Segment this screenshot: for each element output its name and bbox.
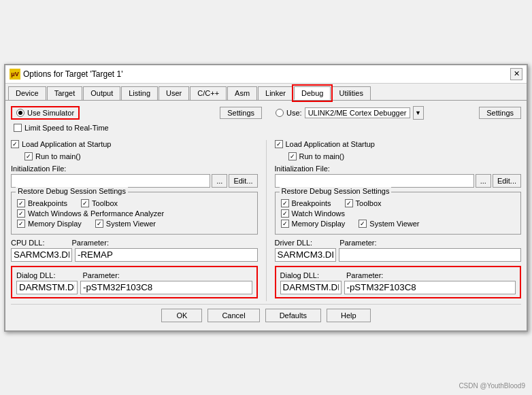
left-init-file-row: ... Edit...: [11, 174, 258, 188]
tab-output[interactable]: Output: [83, 86, 120, 100]
debugger-dropdown[interactable]: ULINK2/ME Cortex Debugger: [305, 107, 410, 118]
panel-divider: [266, 140, 267, 301]
left-sysviewer-checkbox[interactable]: [95, 220, 103, 228]
left-dialog-dll-labels: Dialog DLL: Parameter:: [16, 271, 252, 279]
left-watch-label: Watch Windows & Performance Analyzer: [28, 209, 164, 218]
left-memory-row: Memory Display: [17, 220, 82, 228]
left-parameter-label: Parameter:: [72, 239, 109, 247]
cancel-button[interactable]: Cancel: [207, 309, 259, 322]
limit-speed-checkbox[interactable]: [14, 124, 22, 132]
tab-cpp[interactable]: C/C++: [190, 86, 227, 100]
right-run-to-main-row: Run to main(): [288, 152, 345, 160]
right-sysviewer-row: System Viewer: [359, 220, 419, 228]
left-run-to-main-checkbox[interactable]: [24, 152, 33, 160]
left-toolbox-checkbox[interactable]: [81, 199, 89, 207]
bottom-buttons: OK Cancel Defaults Help CSDN @YouthBlood…: [11, 304, 521, 325]
help-button[interactable]: Help: [327, 309, 371, 322]
right-parameter-label: Parameter:: [339, 239, 376, 247]
right-restore-group: Restore Debug Session Settings Breakpoin…: [275, 192, 522, 235]
left-restore-inner: Breakpoints Toolbox: [17, 196, 252, 230]
simulator-radio-button[interactable]: [16, 109, 24, 117]
right-settings-button[interactable]: Settings: [479, 107, 521, 119]
use-simulator-radio[interactable]: Use Simulator: [16, 109, 74, 117]
left-cpu-dll-label: CPU DLL:: [11, 239, 45, 247]
left-load-app-label: Load Application at Startup: [22, 140, 111, 148]
left-dialog-dll-input[interactable]: [16, 281, 78, 294]
tab-user[interactable]: User: [159, 86, 189, 100]
content-area: Use Simulator Settings Use: ULINK2/ME Co…: [5, 101, 527, 330]
left-memory-label: Memory Display: [28, 220, 82, 228]
debugger-dropdown-arrow[interactable]: ▼: [413, 106, 424, 120]
right-run-to-main-checkbox[interactable]: [288, 152, 297, 160]
left-dialog-param-input[interactable]: [80, 281, 252, 294]
left-browse-button[interactable]: ...: [212, 174, 227, 188]
use-debugger-radio[interactable]: [276, 109, 284, 117]
use-label: Use:: [286, 109, 302, 117]
close-button[interactable]: ✕: [510, 68, 522, 80]
use-simulator-label: Use Simulator: [27, 109, 74, 117]
right-init-file-input[interactable]: [275, 174, 474, 188]
tab-linker[interactable]: Linker: [258, 86, 293, 100]
left-watch-checkbox[interactable]: [17, 209, 25, 218]
right-dialog-dll-section: Dialog DLL: Parameter:: [275, 266, 522, 298]
right-driver-dll-inputs: [275, 248, 522, 262]
right-breakpoints-row: Breakpoints: [281, 199, 331, 207]
right-init-file-label: Initialization File:: [275, 165, 522, 173]
right-edit-button[interactable]: Edit...: [493, 174, 521, 188]
right-restore-group-title: Restore Debug Session Settings: [280, 187, 392, 195]
tab-debug[interactable]: Debug: [294, 86, 331, 100]
right-sysviewer-checkbox[interactable]: [359, 220, 367, 228]
right-watch-row: Watch Windows: [281, 209, 516, 218]
right-watch-label: Watch Windows: [292, 209, 345, 218]
right-dialog-dll-label: Dialog DLL:: [280, 271, 319, 279]
right-toolbox-row: Toolbox: [345, 199, 382, 207]
tab-asm[interactable]: Asm: [227, 86, 257, 100]
right-breakpoints-checkbox[interactable]: [281, 199, 289, 207]
left-breakpoints-checkbox[interactable]: [17, 199, 25, 207]
right-toolbox-checkbox[interactable]: [345, 199, 353, 207]
left-init-file-input[interactable]: [11, 174, 210, 188]
left-cpu-dll-input[interactable]: [11, 248, 72, 262]
title-bar-left: μV Options for Target 'Target 1': [10, 69, 122, 80]
right-browse-button[interactable]: ...: [476, 174, 491, 188]
left-settings-button[interactable]: Settings: [220, 107, 262, 119]
watermark: CSDN @YouthBlood9: [459, 382, 525, 390]
left-restore-group: Restore Debug Session Settings Breakpoin…: [11, 192, 258, 235]
right-breakpoints-label: Breakpoints: [292, 199, 331, 207]
ok-button[interactable]: OK: [161, 309, 202, 322]
right-driver-dll-section: Driver DLL: Parameter:: [275, 239, 522, 262]
left-dialog-dll-label: Dialog DLL:: [16, 271, 55, 279]
title-bar: μV Options for Target 'Target 1' ✕: [5, 65, 527, 84]
left-run-to-main-label: Run to main(): [35, 152, 81, 160]
defaults-button[interactable]: Defaults: [265, 309, 321, 322]
left-breakpoints-label: Breakpoints: [28, 199, 67, 207]
tab-device[interactable]: Device: [8, 86, 46, 100]
tab-utilities[interactable]: Utilities: [331, 86, 370, 100]
right-driver-dll-input[interactable]: [275, 248, 336, 262]
tab-listing[interactable]: Listing: [121, 86, 158, 100]
two-columns: Load Application at Startup Run to main(…: [11, 140, 521, 301]
left-cpu-param-input[interactable]: [75, 248, 258, 262]
right-dialog-param-input[interactable]: [344, 281, 516, 294]
right-driver-param-input[interactable]: [339, 248, 522, 262]
right-memory-label: Memory Display: [292, 220, 346, 228]
left-run-to-main-row: Run to main(): [24, 152, 81, 160]
left-dialog-dll-inputs: [16, 281, 252, 294]
tab-target[interactable]: Target: [47, 86, 83, 100]
right-watch-checkbox[interactable]: [281, 209, 289, 218]
left-memory-checkbox[interactable]: [17, 220, 25, 228]
left-load-app-row: Load Application at Startup: [11, 140, 111, 148]
right-restore-inner: Breakpoints Toolbox: [281, 196, 516, 230]
right-memory-checkbox[interactable]: [281, 220, 289, 228]
left-load-app-checkbox[interactable]: [11, 140, 19, 148]
left-edit-button[interactable]: Edit...: [229, 174, 257, 188]
right-load-app-checkbox[interactable]: [275, 140, 283, 148]
left-cpu-dll-labels: CPU DLL: Parameter:: [11, 239, 258, 247]
left-sysviewer-row: System Viewer: [95, 220, 156, 228]
right-top: Use: ULINK2/ME Cortex Debugger ▼ Setting…: [270, 106, 521, 120]
right-dialog-param-label: Parameter:: [346, 271, 383, 279]
left-sysviewer-label: System Viewer: [106, 220, 156, 228]
right-driver-dll-label: Driver DLL:: [275, 239, 313, 247]
right-load-app-row: Load Application at Startup: [275, 140, 375, 148]
right-dialog-dll-input[interactable]: [280, 281, 342, 294]
